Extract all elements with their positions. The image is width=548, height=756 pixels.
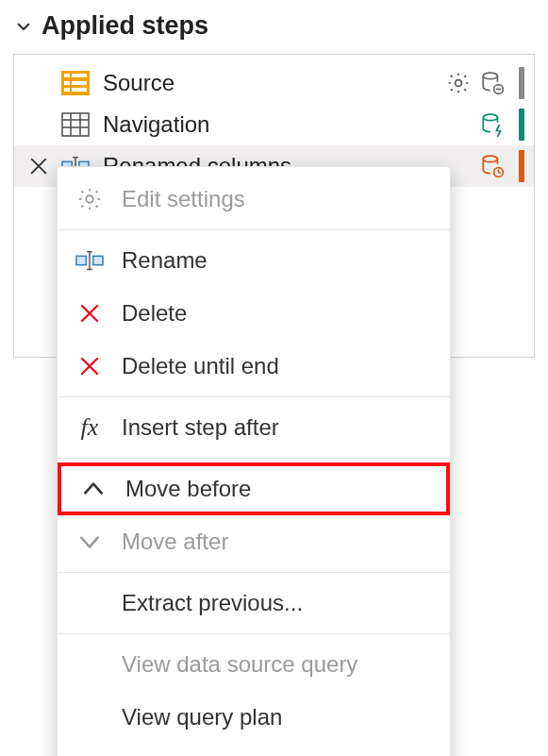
gear-icon	[75, 184, 105, 214]
section-header[interactable]: Applied steps	[15, 11, 535, 41]
database-minus-icon	[479, 70, 506, 96]
menu-label: Delete until end	[122, 353, 433, 379]
svg-rect-7	[72, 88, 87, 92]
menu-extract-previous[interactable]: Extract previous...	[58, 577, 450, 630]
step-navigation[interactable]: Navigation	[14, 104, 534, 145]
svg-rect-6	[64, 88, 70, 92]
menu-rename[interactable]: Rename	[58, 234, 450, 287]
chevron-down-icon	[15, 18, 32, 35]
menu-label: Delete	[122, 300, 433, 327]
menu-insert-step-after[interactable]: fx Insert step after	[58, 401, 450, 454]
svg-rect-5	[72, 81, 87, 85]
menu-move-after: Move after	[58, 515, 450, 568]
menu-label: Extract previous...	[122, 590, 433, 616]
svg-point-24	[86, 195, 92, 202]
svg-rect-25	[76, 256, 86, 264]
menu-label: Insert step after	[122, 414, 433, 441]
svg-rect-26	[93, 256, 103, 264]
svg-rect-2	[64, 74, 70, 77]
menu-label: Move before	[125, 476, 429, 502]
status-bar	[519, 150, 524, 182]
svg-point-17	[483, 114, 497, 121]
menu-move-before[interactable]: Move before	[58, 462, 450, 515]
database-clock-icon	[479, 153, 506, 179]
svg-point-22	[483, 156, 497, 162]
svg-rect-4	[64, 81, 70, 85]
menu-view-query-plan[interactable]: View query plan	[58, 691, 450, 744]
menu-separator	[58, 229, 450, 230]
menu-separator	[58, 572, 450, 573]
table-icon	[61, 110, 90, 139]
fx-icon: fx	[75, 412, 105, 443]
context-menu: Edit settings Rename Delete Dele	[57, 166, 451, 756]
step-label: Source	[103, 70, 445, 96]
chevron-down-icon	[75, 527, 105, 557]
close-icon	[75, 298, 105, 328]
menu-separator	[58, 458, 450, 459]
menu-delete-until-end[interactable]: Delete until end	[58, 340, 450, 393]
svg-rect-3	[72, 74, 87, 77]
menu-label: Rename	[122, 247, 433, 274]
menu-edit-settings: Edit settings	[58, 173, 450, 226]
svg-point-9	[483, 73, 497, 79]
step-label: Navigation	[103, 111, 479, 138]
menu-properties[interactable]: Properties...	[58, 744, 450, 756]
svg-rect-12	[62, 113, 89, 136]
database-bolt-icon	[479, 111, 506, 138]
svg-point-8	[456, 80, 462, 87]
menu-separator	[58, 396, 450, 397]
status-bar	[519, 109, 524, 141]
source-icon	[61, 69, 90, 97]
menu-label: Edit settings	[122, 186, 433, 212]
blank-icon	[75, 588, 105, 618]
menu-label: View query plan	[122, 704, 433, 731]
rename-icon	[75, 245, 105, 276]
menu-view-data-source-query: View data source query	[58, 638, 450, 691]
section-title: Applied steps	[42, 11, 208, 41]
remove-step-icon[interactable]	[27, 155, 50, 177]
blank-icon	[75, 649, 105, 680]
chevron-up-icon	[78, 474, 108, 504]
step-source[interactable]: Source	[14, 62, 534, 104]
close-icon	[75, 351, 105, 381]
menu-label: Move after	[122, 529, 433, 555]
status-bar	[519, 67, 524, 99]
menu-delete[interactable]: Delete	[58, 287, 450, 340]
menu-separator	[58, 633, 450, 634]
blank-icon	[75, 702, 105, 732]
menu-label: View data source query	[122, 651, 433, 678]
gear-icon[interactable]	[445, 70, 472, 96]
